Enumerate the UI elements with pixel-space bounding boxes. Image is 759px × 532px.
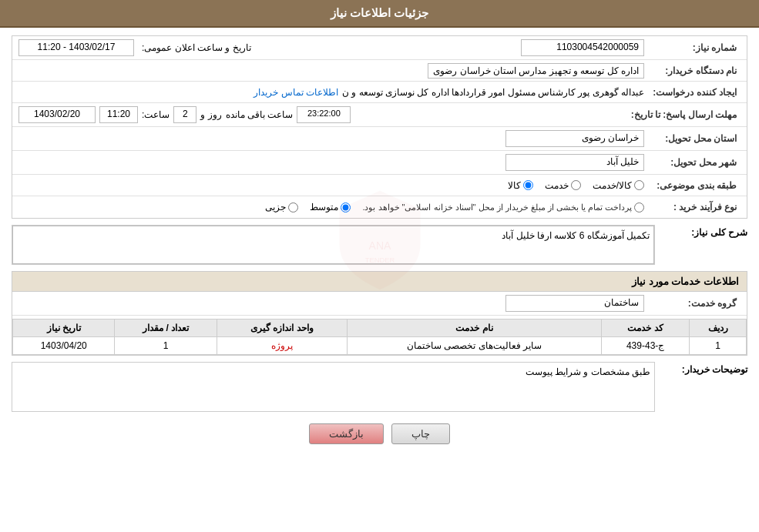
- noefrayand-jozi[interactable]: جزیی: [265, 202, 298, 212]
- tabaqe-kala-label: کالا: [508, 180, 521, 191]
- date-value: 1403/02/20: [18, 106, 96, 123]
- noefrayand-partial[interactable]: پرداخت تمام یا بخشی از مبلغ خریدار از مح…: [362, 202, 644, 212]
- sharh-value: تکمیل آموزشگاه 6 کلاسه ارفا خلیل آباد: [12, 226, 654, 264]
- table-cell-kod: ج-43-439: [602, 337, 690, 355]
- tabaqe-kala[interactable]: کالا: [508, 180, 533, 191]
- shomara-niaz-value: 1103004542000059: [521, 39, 644, 56]
- announcement-label: تاریخ و ساعت اعلان عمومی:: [142, 42, 251, 53]
- group-value: ساختمان: [505, 295, 644, 312]
- noefrayand-jozi-radio[interactable]: [288, 202, 298, 212]
- noefrayand-partial-radio[interactable]: [634, 202, 644, 212]
- col-radif: ردیف: [690, 320, 747, 337]
- table-cell-radif: 1: [690, 337, 747, 355]
- ostan-value: خراسان رضوی: [505, 130, 644, 147]
- noefrayand-jozi-label: جزیی: [265, 202, 286, 212]
- remain-label: ساعت باقی مانده: [226, 109, 294, 120]
- col-name: نام خدمت: [348, 320, 602, 337]
- tabaqe-kala-khidmat-label: کالا/خدمت: [593, 180, 632, 191]
- shahr-label: شهر محل تحویل:: [648, 157, 741, 168]
- creator-label: ایجاد کننده درخواست:: [648, 87, 741, 98]
- mohlat-label: مهلت ارسال پاسخ: تا تاریخ:: [631, 109, 741, 120]
- group-label: گروه خدمت:: [648, 298, 741, 309]
- tabaqe-kala-khidmat[interactable]: کالا/خدمت: [593, 180, 644, 191]
- name-dastgah-value: اداره کل توسعه و تجهیز مدارس استان خراسا…: [428, 63, 644, 79]
- description-label: توضیحات خریدار:: [655, 362, 747, 375]
- shahr-value: خلیل آباد: [505, 154, 644, 171]
- name-dastgah-label: نام دستگاه خریدار:: [648, 65, 741, 76]
- creator-value: عبداله گوهری پور کارشناس مسئول امور قرار…: [342, 87, 644, 98]
- description-value: طبق مشخصات و شرایط پیوست: [12, 362, 655, 412]
- clock-value: 23:22:00: [297, 106, 351, 123]
- table-row: 1ج-43-439سایر فعالیت‌های تخصصی ساختمانپر…: [13, 337, 747, 355]
- noefrayand-motevasset-radio[interactable]: [341, 202, 351, 212]
- page-header: جزئیات اطلاعات نیاز: [0, 0, 759, 28]
- table-cell-vahed: پروژه: [217, 337, 348, 355]
- roz-label: روز و: [200, 109, 221, 120]
- table-cell-tarikh: 1403/04/20: [13, 337, 115, 355]
- announcement-value: 1403/02/17 - 11:20: [18, 39, 134, 56]
- noefrayand-partial-label: پرداخت تمام یا بخشی از مبلغ خریدار از مح…: [362, 202, 632, 212]
- col-kod: کد خدمت: [602, 320, 690, 337]
- tabaqe-label: طبقه بندی موضوعی:: [648, 180, 741, 191]
- back-button[interactable]: بازگشت: [309, 423, 384, 444]
- tabaqe-khidmat-radio[interactable]: [571, 180, 581, 190]
- header-title: جزئیات اطلاعات نیاز: [331, 6, 428, 19]
- noefrayand-motevasset[interactable]: متوسط: [310, 202, 351, 212]
- print-button[interactable]: چاپ: [391, 423, 450, 444]
- col-vahed: واحد اندازه گیری: [217, 320, 348, 337]
- time-value: 11:20: [99, 106, 138, 123]
- roz-value: 2: [173, 106, 196, 123]
- noefrayand-label: نوع فرآیند خرید :: [648, 202, 741, 212]
- col-tarikh: تاریخ نیاز: [13, 320, 115, 337]
- tabaqe-khidmat[interactable]: خدمت: [545, 180, 581, 191]
- creator-link[interactable]: اطلاعات تماس خریدار: [254, 87, 338, 98]
- table-cell-name: سایر فعالیت‌های تخصصی ساختمان: [348, 337, 602, 355]
- service-table: ردیف کد خدمت نام خدمت واحد اندازه گیری ت…: [12, 319, 747, 355]
- tabaqe-kala-radio[interactable]: [523, 180, 533, 190]
- col-tedad: تعداد / مقدار: [115, 320, 217, 337]
- sharh-label: شرح کلی نیاز:: [655, 225, 747, 238]
- tabaqe-kala-khidmat-radio[interactable]: [634, 180, 644, 190]
- tabaqe-khidmat-label: خدمت: [545, 180, 569, 191]
- table-cell-tedad: 1: [115, 337, 217, 355]
- khadamat-section-title: اطلاعات خدمات مورد نیاز: [12, 272, 747, 292]
- ostan-label: استان محل تحویل:: [648, 133, 741, 144]
- noefrayand-motevasset-label: متوسط: [310, 202, 338, 212]
- time-label: ساعت:: [142, 109, 170, 120]
- shomara-niaz-label: شماره نیاز:: [648, 42, 741, 53]
